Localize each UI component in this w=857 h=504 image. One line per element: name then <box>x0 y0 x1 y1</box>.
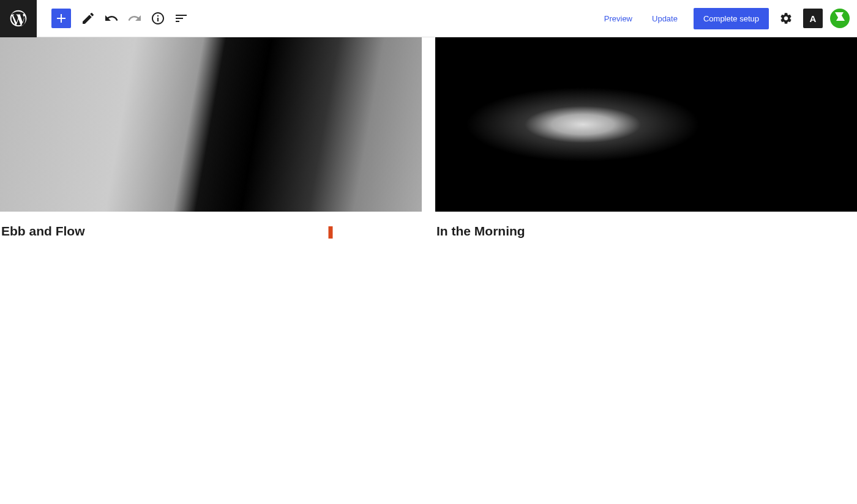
contrast-button[interactable]: A <box>803 9 823 28</box>
tools-button[interactable] <box>77 7 99 29</box>
document-overview-button[interactable] <box>147 7 169 29</box>
info-icon <box>151 11 165 26</box>
gallery-image-left <box>0 37 422 212</box>
toolbar-right: Preview Update Complete setup A <box>597 0 857 37</box>
editor-content: Ebb and Flow In the Morning HTML HTML Pr… <box>0 37 857 239</box>
toolbar-left <box>0 0 192 37</box>
pencil-icon <box>81 11 95 26</box>
list-view-icon <box>174 11 189 26</box>
update-link[interactable]: Update <box>645 14 685 23</box>
gallery-caption-right[interactable]: In the Morning <box>435 224 857 239</box>
gallery-caption-left[interactable]: Ebb and Flow <box>0 224 422 239</box>
jetpack-button[interactable] <box>830 9 850 28</box>
undo-icon <box>104 11 119 26</box>
gallery-image-right <box>435 37 857 212</box>
complete-setup-button[interactable]: Complete setup <box>694 8 769 29</box>
preview-link[interactable]: Preview <box>597 14 640 23</box>
gallery-item-right[interactable]: In the Morning <box>435 37 857 239</box>
wordpress-logo-button[interactable] <box>0 0 37 37</box>
gear-icon <box>779 12 793 25</box>
redo-button[interactable] <box>124 7 146 29</box>
editor-toolbar: Preview Update Complete setup A <box>0 0 857 37</box>
gallery-item-left[interactable]: Ebb and Flow <box>0 37 422 239</box>
wordpress-icon <box>9 9 28 28</box>
plus-icon <box>54 11 69 26</box>
settings-button[interactable] <box>776 9 796 28</box>
block-inserter-button[interactable] <box>51 9 71 28</box>
redo-icon <box>127 11 142 26</box>
undo-button[interactable] <box>100 7 122 29</box>
gallery-block: Ebb and Flow In the Morning <box>0 37 857 239</box>
list-view-button[interactable] <box>170 7 192 29</box>
